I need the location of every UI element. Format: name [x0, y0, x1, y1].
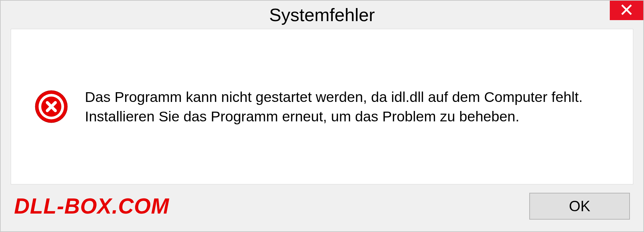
dialog-title: Systemfehler: [269, 4, 375, 25]
dialog-body: Das Programm kann nicht gestartet werden…: [11, 29, 633, 184]
dialog-footer: DLL-BOX.COM OK: [1, 184, 643, 231]
error-icon: [35, 90, 68, 123]
ok-button[interactable]: OK: [529, 193, 630, 220]
watermark-text: DLL-BOX.COM: [14, 194, 169, 219]
close-icon: [621, 4, 633, 17]
error-message: Das Programm kann nicht gestartet werden…: [85, 87, 609, 126]
error-dialog: Systemfehler Das Programm kann nicht ges…: [0, 0, 644, 232]
titlebar: Systemfehler: [1, 1, 643, 29]
close-button[interactable]: [610, 1, 643, 20]
